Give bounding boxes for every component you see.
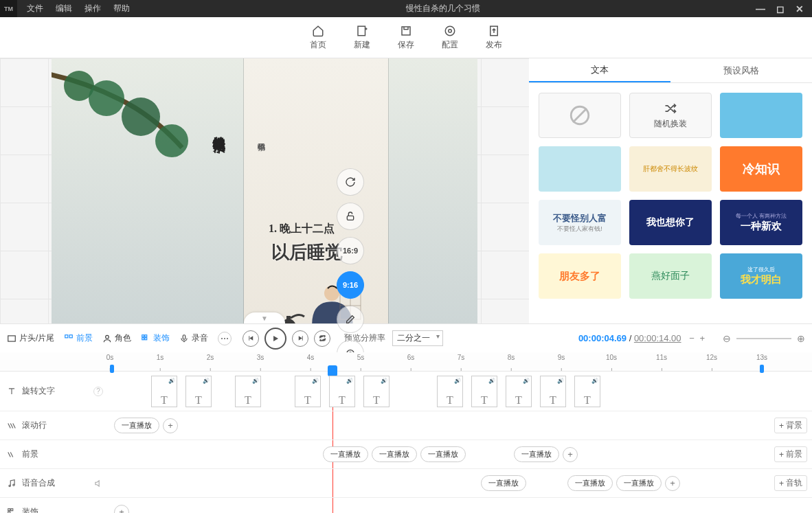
text-clip[interactable]: T [437,376,463,407]
maximize-button[interactable]: ◻ [776,3,785,14]
new-button[interactable]: 新建 [354,25,370,51]
add-clip-button[interactable]: + [563,447,578,462]
canvas-vertical-title: 慢性自杀的 几个习惯 [211,127,227,130]
svg-rect-33 [11,508,13,510]
tab-text[interactable]: 文本 [529,58,670,82]
text-clip[interactable]: T [363,376,390,407]
play-button[interactable] [264,328,286,350]
svg-rect-28 [145,337,147,339]
svg-rect-21 [8,335,16,341]
foreground-toggle[interactable]: 前景 [64,332,93,344]
add-background-button[interactable]: + 背景 [774,418,807,433]
text-clip[interactable]: T [540,376,566,407]
ruler-tick: 9s [558,354,565,361]
style-none[interactable] [539,93,621,138]
menu-help[interactable]: 帮助 [113,3,130,14]
deco-toggle[interactable]: 装饰 [141,332,170,344]
text-clip[interactable]: T [506,376,532,407]
home-icon [312,25,324,37]
ruler-tick: 12s [706,354,717,361]
track-foreground: 前景 一直播放 一直播放 一直播放 一直播放 + + 前景 [0,440,812,469]
time-plus[interactable]: + [699,333,705,343]
home-button[interactable]: 首页 [310,25,326,51]
clip-pill[interactable]: 一直播放 [481,475,526,491]
ruler-tick: 10s [606,354,617,361]
text-clip[interactable]: T [185,376,212,407]
minimize-button[interactable]: — [756,3,765,14]
home-label: 首页 [310,39,326,51]
role-toggle[interactable]: 角色 [102,332,131,344]
publish-button[interactable]: 发布 [486,25,502,51]
next-button[interactable] [292,330,308,347]
window-controls: — ◻ ✕ [756,3,812,14]
text-clip[interactable]: T [151,376,177,407]
ruler-tick: 6s [407,354,415,361]
style-thumb[interactable]: 朋友多了 [539,253,621,299]
config-label: 配置 [442,39,458,51]
svg-point-7 [122,98,160,136]
style-thumb[interactable]: 燕好面子 [629,253,712,299]
zoom-slider[interactable] [736,338,791,339]
resolution-select[interactable]: 二分之一 [392,330,443,346]
clip-pill[interactable]: 一直播放 [616,475,662,491]
add-foreground-button[interactable]: + 前景 [774,446,807,462]
volume-icon[interactable] [93,479,103,488]
text-clip[interactable]: T [574,376,600,407]
add-clip-button[interactable]: + [114,505,129,514]
menu-action[interactable]: 操作 [84,3,101,14]
ruler-tick: 13s [756,354,767,361]
add-clip-button[interactable]: + [665,476,680,491]
close-button[interactable]: ✕ [796,3,804,14]
menu-file[interactable]: 文件 [27,3,43,14]
text-clip[interactable]: T [329,376,355,407]
style-thumb[interactable]: 我也想你了 [629,200,712,245]
svg-rect-23 [70,334,73,337]
canvas-area[interactable]: 慢性自杀的 几个习惯 你中招了吗 1. 晚上十二点 以后睡觉 16:9 9:16 [0,58,529,323]
add-clip-button[interactable]: + [163,418,178,433]
gear-icon [444,25,456,37]
aspect-9-16-button[interactable]: 9:16 [337,271,364,299]
clip-pill[interactable]: 一直播放 [567,475,613,491]
menu-edit[interactable]: 编辑 [56,3,72,14]
collapse-canvas-button[interactable]: ▼ [244,312,285,323]
more-button[interactable]: ⋯ [218,332,232,345]
edit-button[interactable] [337,306,364,333]
loop-button[interactable] [314,330,330,347]
style-thumb[interactable]: 肝都舍不得长波纹 [629,146,712,192]
text-clip[interactable]: T [235,376,261,407]
clip-pill[interactable]: 一直播放 [323,446,368,462]
ruler-tick: 1s [157,354,164,361]
style-thumb[interactable] [539,146,621,192]
style-thumb[interactable]: 每一个人 有两种方法 一种新欢 [720,200,802,245]
clip-pill[interactable]: 一直播放 [114,418,159,433]
clip-pill[interactable]: 一直播放 [420,446,466,462]
config-button[interactable]: 配置 [442,25,458,51]
time-minus[interactable]: − [689,333,695,343]
style-thumb[interactable]: 冷知识 [720,146,802,192]
text-clip[interactable]: T [471,376,497,407]
refresh-button[interactable] [337,168,364,196]
style-thumb[interactable] [720,93,802,138]
clip-pill[interactable]: 一直播放 [372,446,417,462]
lock-button[interactable] [337,203,364,230]
record-toggle[interactable]: 录音 [179,332,208,344]
track-label: 旋转文字 [22,385,55,397]
canvas-side-tools: 16:9 9:16 [337,168,364,367]
help-icon[interactable]: ? [93,387,103,396]
clip-pill[interactable]: 一直播放 [514,446,559,462]
style-thumb[interactable]: 不要怪别人富 不要怪人家有钱! [539,200,621,245]
zoom-in-button[interactable]: ⊕ [797,333,805,344]
stripes-icon [7,421,16,431]
save-button[interactable]: 保存 [398,25,414,51]
tab-preset-style[interactable]: 预设风格 [670,58,812,82]
style-random[interactable]: 随机换装 [629,93,712,138]
aspect-16-9-button[interactable]: 16:9 [337,237,364,264]
timeline-ruler[interactable]: 0s1s2s3s4s5s6s7s8s9s10s11s12s13s [0,352,812,372]
time-total[interactable]: 00:00:14.00 [634,333,681,343]
zoom-out-button[interactable]: ⊖ [723,333,731,344]
prev-button[interactable] [243,330,259,347]
add-audio-button[interactable]: + 音轨 [774,475,807,491]
style-thumb[interactable]: 这了很久后 我才明白 [720,253,802,299]
text-clip[interactable]: T [295,376,321,407]
headtail-toggle[interactable]: 片头/片尾 [7,332,54,344]
